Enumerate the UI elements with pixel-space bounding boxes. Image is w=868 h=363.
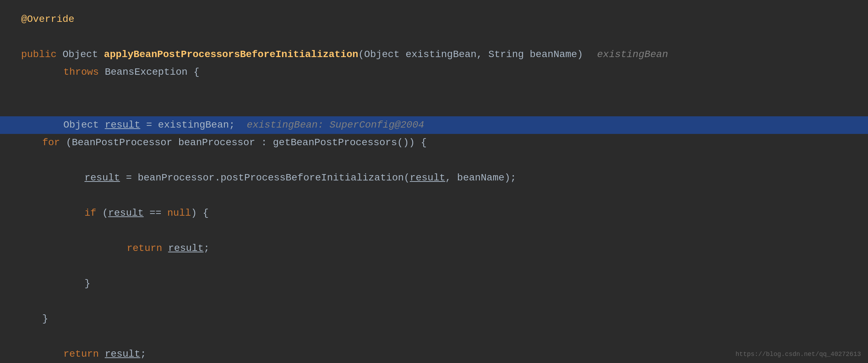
line-throws: throws BeansException { [0,63,868,81]
brace-1: } [84,276,90,292]
for-keyword: for [42,135,66,151]
var-result-6: result [105,346,140,362]
line-blank-9 [0,328,868,345]
if-condition: == [144,205,167,221]
line-if: if (result == null) { [0,204,868,222]
line-close-brace-1: } [0,275,868,293]
line-blank-8 [0,293,868,310]
keyword-public: public [21,47,63,63]
if-close: ) { [191,205,209,221]
line-result-assign: Object result = existingBean; existingBe… [0,116,868,134]
annotation-text: @Override [21,12,74,27]
line-blank-6 [0,222,868,240]
watermark-url: https://blog.csdn.net/qq_40272613 [736,349,861,359]
line-annotation: @Override [0,11,868,28]
return-keyword-2: return [63,346,105,362]
line-result-method-call: result = beanProcessor.postProcessBefore… [0,169,868,187]
var-result-5: result [168,241,204,257]
var-result: result [105,117,140,133]
code-container: @Override public Object applyBeanPostPro… [0,0,868,363]
line-blank-7 [0,257,868,275]
method-call-end: , beanName); [445,170,516,186]
hint-existing-bean-1: existingBean [597,47,668,63]
line-blank-1 [0,28,868,46]
throws-exception: BeansException { [99,64,200,80]
if-keyword: if [84,205,102,221]
if-open: ( [102,205,108,221]
type-object: Object [63,47,104,63]
method-call-assign: = beanProcessor.postProcessBeforeInitial… [120,170,410,186]
line-return-result: return result; [0,240,868,257]
var-result-4: result [108,205,144,221]
var-result-3: result [410,170,445,186]
hint-existing-bean-2: existingBean: SuperConfig@2004 [247,117,424,133]
return-semicolon-1: ; [203,241,209,257]
method-name: applyBeanPostProcessorsBeforeInitializat… [104,47,358,63]
line-blank-2 [0,81,868,99]
brace-2: } [42,311,48,327]
line-blank-4 [0,152,868,169]
throws-keyword: throws [63,64,99,80]
line-method-signature: public Object applyBeanPostProcessorsBef… [0,46,868,63]
return-keyword-1: return [127,241,168,257]
return-semicolon-2: ; [140,346,146,362]
assign-existing-bean: = existingBean; [140,117,246,133]
line-blank-3 [0,99,868,116]
var-result-2: result [84,170,120,186]
method-params: (Object existingBean, String beanName) [358,47,583,63]
type-object-result: Object [63,117,105,133]
line-blank-5 [0,187,868,204]
line-close-brace-2: } [0,310,868,328]
line-for: for (BeanPostProcessor beanProcessor : g… [0,134,868,152]
null-keyword: null [167,205,191,221]
for-body: (BeanPostProcessor beanProcessor : getBe… [66,135,427,151]
